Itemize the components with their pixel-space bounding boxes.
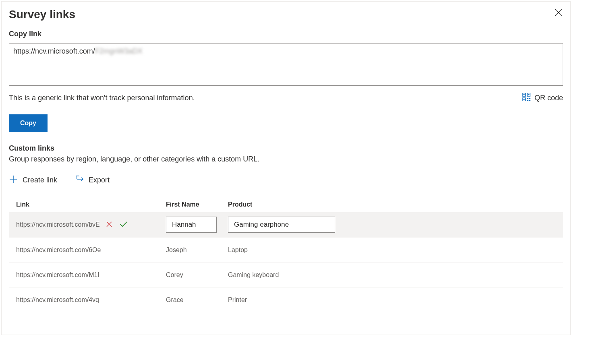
export-icon: [75, 175, 84, 186]
svg-rect-1: [523, 94, 524, 95]
panel-header: Survey links: [9, 8, 563, 21]
svg-rect-5: [523, 99, 524, 100]
link-cell: https://ncv.microsoft.com/M1l: [16, 271, 166, 279]
product-cell: [228, 217, 556, 233]
product-cell: Gaming keyboard: [228, 271, 556, 279]
custom-links-actions: Create link Export: [9, 175, 563, 186]
survey-url-box[interactable]: https://ncv.microsoft.com/F2mgnW3aDX: [9, 43, 563, 86]
column-header-firstname: First Name: [166, 201, 228, 208]
firstname-cell: Grace: [166, 296, 228, 304]
firstname-cell: [166, 217, 228, 233]
table-row[interactable]: https://ncv.microsoft.com/6OeJosephLapto…: [9, 237, 563, 262]
x-icon: [106, 221, 113, 229]
firstname-value: Grace: [166, 296, 184, 303]
create-link-button[interactable]: Create link: [9, 175, 57, 186]
cancel-edit-button[interactable]: [105, 220, 114, 230]
table-body: https://ncv.microsoft.com/bvEhttps://ncv…: [9, 212, 563, 312]
product-cell: Printer: [228, 296, 556, 304]
close-button[interactable]: [553, 6, 565, 20]
survey-url-text: https://ncv.microsoft.com/: [13, 47, 95, 55]
product-value: Laptop: [228, 246, 248, 253]
copy-button[interactable]: Copy: [9, 114, 48, 132]
product-input[interactable]: [228, 217, 335, 233]
custom-links-table: Link First Name Product https://ncv.micr…: [9, 197, 563, 312]
table-row[interactable]: https://ncv.microsoft.com/bvE: [9, 212, 563, 237]
svg-rect-3: [528, 94, 529, 95]
custom-links-description: Group responses by region, language, or …: [9, 155, 563, 163]
qr-code-button[interactable]: QR code: [522, 93, 563, 103]
custom-link-url: https://ncv.microsoft.com/bvE: [16, 221, 100, 228]
custom-link-url: https://ncv.microsoft.com/M1l: [16, 271, 99, 279]
check-icon: [119, 221, 128, 229]
firstname-cell: Corey: [166, 271, 228, 279]
confirm-edit-button[interactable]: [118, 220, 129, 230]
export-button[interactable]: Export: [75, 175, 110, 186]
product-cell: Laptop: [228, 246, 556, 254]
link-description-row: This is a generic link that won't track …: [9, 93, 563, 103]
firstname-cell: Joseph: [166, 246, 228, 254]
product-value: Printer: [228, 296, 247, 303]
survey-url-hidden-part: F2mgnW3aDX: [95, 47, 143, 55]
link-description: This is a generic link that won't track …: [9, 94, 195, 102]
create-link-label: Create link: [23, 176, 57, 184]
link-cell: https://ncv.microsoft.com/6Oe: [16, 246, 166, 254]
export-label: Export: [89, 176, 110, 184]
plus-icon: [9, 175, 18, 186]
copy-link-section-title: Copy link: [9, 30, 563, 38]
close-icon: [555, 11, 562, 17]
custom-links-title: Custom links: [9, 144, 563, 153]
product-value: Gaming keyboard: [228, 271, 279, 278]
column-header-link: Link: [16, 201, 166, 208]
table-row[interactable]: https://ncv.microsoft.com/4vqGracePrinte…: [9, 287, 563, 312]
firstname-input[interactable]: [166, 217, 217, 233]
table-header-row: Link First Name Product: [9, 197, 563, 212]
qr-code-icon: [522, 93, 530, 103]
custom-link-url: https://ncv.microsoft.com/6Oe: [16, 246, 101, 254]
firstname-value: Corey: [166, 271, 183, 278]
svg-rect-6: [527, 98, 528, 99]
survey-links-panel: Survey links Copy link https://ncv.micro…: [1, 1, 571, 335]
column-header-product: Product: [228, 201, 556, 208]
firstname-value: Joseph: [166, 246, 187, 253]
page-title: Survey links: [9, 8, 75, 21]
link-cell: https://ncv.microsoft.com/bvE: [16, 220, 166, 230]
svg-rect-9: [529, 100, 530, 101]
table-row[interactable]: https://ncv.microsoft.com/M1lCoreyGaming…: [9, 262, 563, 287]
svg-rect-7: [529, 98, 530, 99]
link-cell: https://ncv.microsoft.com/4vq: [16, 296, 166, 304]
qr-code-label: QR code: [534, 94, 563, 102]
custom-link-url: https://ncv.microsoft.com/4vq: [16, 296, 99, 304]
svg-rect-8: [527, 100, 528, 101]
